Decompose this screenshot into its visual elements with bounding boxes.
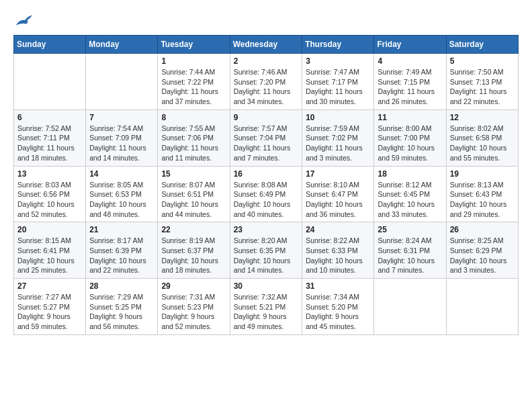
calendar-cell: 18Sunrise: 8:12 AM Sunset: 6:45 PM Dayli…	[374, 166, 446, 222]
day-number: 25	[378, 225, 442, 234]
calendar-table: SundayMondayTuesdayWednesdayThursdayFrid…	[13, 35, 519, 335]
calendar-cell: 1Sunrise: 7:44 AM Sunset: 7:22 PM Daylig…	[158, 54, 230, 110]
day-info: Sunrise: 7:54 AM Sunset: 7:09 PM Dayligh…	[89, 124, 154, 163]
day-number: 1	[161, 56, 226, 66]
day-number: 18	[378, 169, 442, 179]
day-number: 17	[306, 169, 370, 179]
calendar-cell: 15Sunrise: 8:07 AM Sunset: 6:51 PM Dayli…	[158, 166, 230, 222]
day-info: Sunrise: 7:50 AM Sunset: 7:13 PM Dayligh…	[450, 67, 515, 107]
calendar-cell: 4Sunrise: 7:49 AM Sunset: 7:15 PM Daylig…	[374, 54, 446, 110]
calendar-cell: 22Sunrise: 8:19 AM Sunset: 6:37 PM Dayli…	[158, 222, 230, 279]
day-number: 20	[17, 225, 82, 234]
day-number: 12	[450, 113, 515, 122]
calendar-cell: 7Sunrise: 7:54 AM Sunset: 7:09 PM Daylig…	[86, 109, 158, 166]
day-number: 4	[378, 56, 442, 66]
calendar-cell: 9Sunrise: 7:57 AM Sunset: 7:04 PM Daylig…	[230, 109, 302, 166]
calendar-cell	[374, 279, 446, 335]
calendar-cell: 16Sunrise: 8:08 AM Sunset: 6:49 PM Dayli…	[230, 166, 302, 222]
day-info: Sunrise: 8:07 AM Sunset: 6:51 PM Dayligh…	[161, 180, 226, 220]
calendar-cell: 11Sunrise: 8:00 AM Sunset: 7:00 PM Dayli…	[374, 109, 446, 166]
calendar-week-5: 27Sunrise: 7:27 AM Sunset: 5:27 PM Dayli…	[14, 279, 519, 335]
day-info: Sunrise: 8:22 AM Sunset: 6:33 PM Dayligh…	[306, 236, 370, 275]
day-info: Sunrise: 7:59 AM Sunset: 7:02 PM Dayligh…	[306, 124, 370, 163]
day-number: 8	[161, 113, 226, 122]
day-number: 2	[234, 56, 299, 66]
day-number: 31	[306, 281, 370, 291]
weekday-sunday: Sunday	[14, 36, 86, 54]
weekday-thursday: Thursday	[302, 36, 374, 54]
calendar-cell: 6Sunrise: 7:52 AM Sunset: 7:11 PM Daylig…	[14, 109, 86, 166]
calendar-week-2: 6Sunrise: 7:52 AM Sunset: 7:11 PM Daylig…	[14, 109, 519, 166]
day-info: Sunrise: 8:15 AM Sunset: 6:41 PM Dayligh…	[17, 236, 82, 275]
calendar-cell: 8Sunrise: 7:55 AM Sunset: 7:06 PM Daylig…	[158, 109, 230, 166]
logo	[13, 13, 34, 28]
day-info: Sunrise: 7:29 AM Sunset: 5:25 PM Dayligh…	[89, 292, 154, 332]
day-number: 6	[17, 113, 82, 122]
calendar-cell: 14Sunrise: 8:05 AM Sunset: 6:53 PM Dayli…	[86, 166, 158, 222]
calendar-cell: 23Sunrise: 8:20 AM Sunset: 6:35 PM Dayli…	[230, 222, 302, 279]
day-info: Sunrise: 8:24 AM Sunset: 6:31 PM Dayligh…	[378, 236, 442, 275]
day-number: 27	[17, 281, 82, 291]
day-number: 3	[306, 56, 370, 66]
calendar-body: 1Sunrise: 7:44 AM Sunset: 7:22 PM Daylig…	[14, 54, 519, 335]
day-info: Sunrise: 7:34 AM Sunset: 5:20 PM Dayligh…	[306, 292, 370, 332]
calendar-cell: 31Sunrise: 7:34 AM Sunset: 5:20 PM Dayli…	[302, 279, 374, 335]
calendar-cell: 25Sunrise: 8:24 AM Sunset: 6:31 PM Dayli…	[374, 222, 446, 279]
day-number: 30	[234, 281, 299, 291]
calendar-week-4: 20Sunrise: 8:15 AM Sunset: 6:41 PM Dayli…	[14, 222, 519, 279]
day-number: 10	[306, 113, 370, 122]
day-info: Sunrise: 7:49 AM Sunset: 7:15 PM Dayligh…	[378, 67, 442, 107]
day-number: 24	[306, 225, 370, 234]
calendar-cell	[86, 54, 158, 110]
day-info: Sunrise: 8:25 AM Sunset: 6:29 PM Dayligh…	[450, 236, 515, 275]
day-info: Sunrise: 8:12 AM Sunset: 6:45 PM Dayligh…	[378, 180, 442, 220]
calendar-cell: 30Sunrise: 7:32 AM Sunset: 5:21 PM Dayli…	[230, 279, 302, 335]
calendar-cell: 24Sunrise: 8:22 AM Sunset: 6:33 PM Dayli…	[302, 222, 374, 279]
day-info: Sunrise: 7:47 AM Sunset: 7:17 PM Dayligh…	[306, 67, 370, 107]
calendar-cell: 21Sunrise: 8:17 AM Sunset: 6:39 PM Dayli…	[86, 222, 158, 279]
day-info: Sunrise: 7:46 AM Sunset: 7:20 PM Dayligh…	[234, 67, 299, 107]
day-info: Sunrise: 8:13 AM Sunset: 6:43 PM Dayligh…	[450, 180, 515, 220]
day-number: 14	[89, 169, 154, 179]
logo-bird-icon	[15, 13, 34, 28]
day-info: Sunrise: 7:31 AM Sunset: 5:23 PM Dayligh…	[161, 292, 226, 332]
day-number: 28	[89, 281, 154, 291]
day-info: Sunrise: 8:03 AM Sunset: 6:56 PM Dayligh…	[17, 180, 82, 220]
day-info: Sunrise: 7:55 AM Sunset: 7:06 PM Dayligh…	[161, 124, 226, 163]
calendar-cell	[14, 54, 86, 110]
day-number: 21	[89, 225, 154, 234]
day-info: Sunrise: 7:44 AM Sunset: 7:22 PM Dayligh…	[161, 67, 226, 107]
calendar-cell: 29Sunrise: 7:31 AM Sunset: 5:23 PM Dayli…	[158, 279, 230, 335]
day-number: 15	[161, 169, 226, 179]
day-info: Sunrise: 7:27 AM Sunset: 5:27 PM Dayligh…	[17, 292, 82, 332]
weekday-friday: Friday	[374, 36, 446, 54]
day-number: 16	[234, 169, 299, 179]
day-number: 26	[450, 225, 515, 234]
calendar-cell: 19Sunrise: 8:13 AM Sunset: 6:43 PM Dayli…	[446, 166, 518, 222]
weekday-header-row: SundayMondayTuesdayWednesdayThursdayFrid…	[14, 36, 519, 54]
day-info: Sunrise: 8:17 AM Sunset: 6:39 PM Dayligh…	[89, 236, 154, 275]
day-number: 23	[234, 225, 299, 234]
day-info: Sunrise: 8:19 AM Sunset: 6:37 PM Dayligh…	[161, 236, 226, 275]
calendar-cell: 26Sunrise: 8:25 AM Sunset: 6:29 PM Dayli…	[446, 222, 518, 279]
calendar-cell: 17Sunrise: 8:10 AM Sunset: 6:47 PM Dayli…	[302, 166, 374, 222]
day-number: 5	[450, 56, 515, 66]
day-number: 11	[378, 113, 442, 122]
page-header	[13, 13, 519, 28]
calendar-cell: 13Sunrise: 8:03 AM Sunset: 6:56 PM Dayli…	[14, 166, 86, 222]
day-number: 7	[89, 113, 154, 122]
calendar-cell: 2Sunrise: 7:46 AM Sunset: 7:20 PM Daylig…	[230, 54, 302, 110]
day-info: Sunrise: 8:08 AM Sunset: 6:49 PM Dayligh…	[234, 180, 299, 220]
day-info: Sunrise: 8:02 AM Sunset: 6:58 PM Dayligh…	[450, 124, 515, 163]
calendar-cell: 3Sunrise: 7:47 AM Sunset: 7:17 PM Daylig…	[302, 54, 374, 110]
day-info: Sunrise: 8:10 AM Sunset: 6:47 PM Dayligh…	[306, 180, 370, 220]
calendar-cell	[446, 279, 518, 335]
day-info: Sunrise: 7:52 AM Sunset: 7:11 PM Dayligh…	[17, 124, 82, 163]
calendar-cell: 5Sunrise: 7:50 AM Sunset: 7:13 PM Daylig…	[446, 54, 518, 110]
calendar-cell: 20Sunrise: 8:15 AM Sunset: 6:41 PM Dayli…	[14, 222, 86, 279]
day-number: 22	[161, 225, 226, 234]
day-info: Sunrise: 7:57 AM Sunset: 7:04 PM Dayligh…	[234, 124, 299, 163]
calendar-cell: 28Sunrise: 7:29 AM Sunset: 5:25 PM Dayli…	[86, 279, 158, 335]
calendar-week-1: 1Sunrise: 7:44 AM Sunset: 7:22 PM Daylig…	[14, 54, 519, 110]
calendar-week-3: 13Sunrise: 8:03 AM Sunset: 6:56 PM Dayli…	[14, 166, 519, 222]
